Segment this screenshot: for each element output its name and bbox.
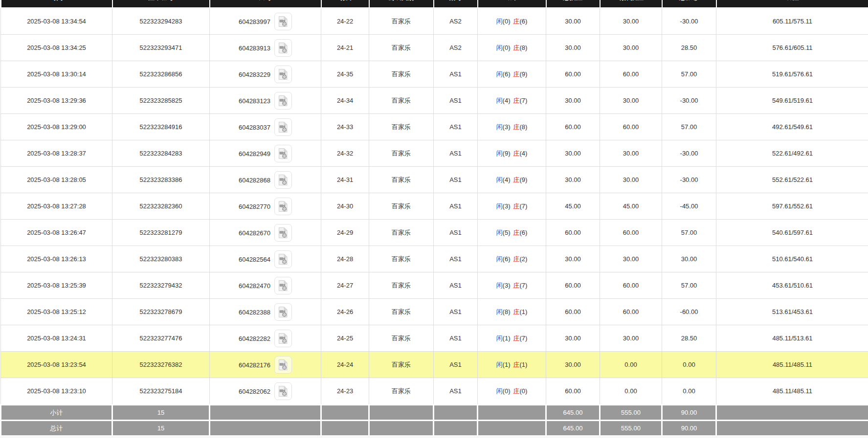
round-number-text: 604282670 bbox=[239, 229, 270, 236]
bet-record-row: 2025-03-08 13:25:39522323279432604282470… bbox=[1, 272, 868, 299]
play-video-button[interactable] bbox=[274, 118, 292, 136]
cell-result: 闲(6)庄(9) bbox=[478, 61, 546, 88]
cell-total-bet: 60.00 bbox=[546, 220, 600, 246]
cell-session: 24-28 bbox=[321, 246, 369, 272]
cell-session: 24-32 bbox=[321, 140, 369, 167]
round-number-text: 604283997 bbox=[239, 18, 270, 25]
banker-label: 庄 bbox=[513, 150, 520, 157]
cell-total-bet: 30.00 bbox=[546, 140, 600, 167]
round-number-text: 604283229 bbox=[239, 70, 270, 78]
cell-total-payout: 30.00 bbox=[662, 246, 716, 272]
video-file-icon bbox=[277, 16, 289, 27]
play-video-button[interactable] bbox=[274, 66, 292, 83]
cell-valid-bet: 45.00 bbox=[600, 193, 662, 220]
bet-record-row: 2025-03-08 13:26:47522323281279604282670… bbox=[1, 220, 868, 246]
banker-points: (1) bbox=[520, 361, 528, 368]
play-video-button[interactable] bbox=[274, 171, 292, 189]
banker-points: (6) bbox=[520, 18, 528, 25]
grand-total-row: 总计15645.00555.0090.00 bbox=[1, 421, 868, 436]
play-video-button[interactable] bbox=[274, 13, 292, 30]
round-number-text: 604282176 bbox=[239, 361, 270, 368]
column-header-round_number: 局号 bbox=[210, 0, 321, 8]
play-video-button[interactable] bbox=[274, 356, 292, 374]
round-number-text: 604282470 bbox=[239, 282, 270, 289]
summary-empty bbox=[369, 405, 434, 421]
round-number-text: 604282564 bbox=[239, 255, 270, 263]
cell-session: 24-34 bbox=[321, 88, 369, 114]
cell-game-type: 百家乐 bbox=[369, 325, 434, 352]
cell-total-payout: 57.00 bbox=[662, 220, 716, 246]
banker-points: (7) bbox=[520, 97, 528, 104]
play-video-button[interactable] bbox=[274, 145, 292, 162]
cell-bet-number: 522323286856 bbox=[112, 61, 210, 88]
summary-valid-bet: 555.00 bbox=[600, 405, 662, 421]
cell-result: 闲(8)庄(1) bbox=[478, 299, 546, 325]
cell-round-number: 604282564 bbox=[210, 246, 321, 272]
cell-bet-number: 522323275184 bbox=[112, 378, 210, 405]
video-file-icon bbox=[277, 385, 289, 397]
cell-round-number: 604283037 bbox=[210, 114, 321, 140]
banker-label: 庄 bbox=[513, 176, 520, 183]
cell-time: 2025-03-08 13:24:31 bbox=[1, 325, 112, 352]
cell-bet-number: 522323279432 bbox=[112, 272, 210, 299]
banker-points: (7) bbox=[520, 335, 528, 342]
bet-record-row: 2025-03-08 13:30:14522323286856604283229… bbox=[1, 61, 868, 88]
video-file-icon bbox=[277, 227, 289, 239]
cell-game-type: 百家乐 bbox=[369, 246, 434, 272]
bet-record-row: 2025-03-08 13:28:37522323284283604282949… bbox=[1, 140, 868, 167]
cell-remark: 513.61/453.61 bbox=[716, 299, 868, 325]
bet-record-row: 2025-03-08 13:26:13522323280383604282564… bbox=[1, 246, 868, 272]
cell-game-type: 百家乐 bbox=[369, 8, 434, 35]
banker-points: (9) bbox=[520, 70, 528, 78]
play-video-button[interactable] bbox=[274, 198, 292, 215]
cell-result: 闲(6)庄(2) bbox=[478, 246, 546, 272]
play-video-button[interactable] bbox=[274, 382, 292, 400]
cell-round-number: 604283913 bbox=[210, 35, 321, 61]
cell-bet-number: 522323293471 bbox=[112, 35, 210, 61]
cell-time: 2025-03-08 13:23:54 bbox=[1, 352, 112, 378]
cell-session: 24-30 bbox=[321, 193, 369, 220]
cell-total-bet: 30.00 bbox=[546, 88, 600, 114]
player-points: (0) bbox=[503, 387, 511, 395]
summary-empty bbox=[434, 421, 478, 436]
video-file-icon bbox=[277, 280, 289, 291]
play-video-button[interactable] bbox=[274, 92, 292, 110]
banker-points: (0) bbox=[520, 387, 528, 395]
play-video-button[interactable] bbox=[274, 303, 292, 321]
bet-records-table: 时间注单编号局号场次游戏类别桌号结果总投注有效投注总派彩备注 2025-03-0… bbox=[0, 0, 868, 437]
bet-record-row: 2025-03-08 13:34:54522323294283604283997… bbox=[1, 8, 868, 35]
cell-table-number: AS1 bbox=[434, 378, 478, 405]
play-video-button[interactable] bbox=[274, 224, 292, 242]
play-video-button[interactable] bbox=[274, 330, 292, 347]
cell-table-number: AS1 bbox=[434, 272, 478, 299]
banker-points: (1) bbox=[520, 308, 528, 315]
cell-session: 24-25 bbox=[321, 325, 369, 352]
cell-total-bet: 30.00 bbox=[546, 167, 600, 193]
cell-table-number: AS1 bbox=[434, 352, 478, 378]
cell-remark: 485.11/485.11 bbox=[716, 378, 868, 405]
cell-total-bet: 30.00 bbox=[546, 352, 600, 378]
cell-result: 闲(3)庄(8) bbox=[478, 114, 546, 140]
cell-valid-bet: 60.00 bbox=[600, 299, 662, 325]
cell-round-number: 604282949 bbox=[210, 140, 321, 167]
cell-valid-bet: 30.00 bbox=[600, 8, 662, 35]
cell-time: 2025-03-08 13:25:39 bbox=[1, 272, 112, 299]
round-number-text: 604282282 bbox=[239, 335, 270, 342]
cell-game-type: 百家乐 bbox=[369, 114, 434, 140]
player-label: 闲 bbox=[496, 335, 503, 342]
bet-record-row: 2025-03-08 13:23:10522323275184604282062… bbox=[1, 378, 868, 405]
player-label: 闲 bbox=[496, 282, 503, 289]
play-video-button[interactable] bbox=[274, 250, 292, 268]
cell-time: 2025-03-08 13:26:13 bbox=[1, 246, 112, 272]
play-video-button[interactable] bbox=[274, 39, 292, 57]
video-file-icon bbox=[277, 68, 289, 80]
cell-game-type: 百家乐 bbox=[369, 193, 434, 220]
banker-label: 庄 bbox=[513, 229, 520, 236]
play-video-button[interactable] bbox=[274, 277, 292, 294]
cell-remark: 510.61/540.61 bbox=[716, 246, 868, 272]
player-points: (3) bbox=[503, 202, 511, 210]
cell-total-bet: 30.00 bbox=[546, 35, 600, 61]
cell-game-type: 百家乐 bbox=[369, 88, 434, 114]
player-label: 闲 bbox=[496, 202, 503, 210]
video-file-icon bbox=[277, 306, 289, 318]
